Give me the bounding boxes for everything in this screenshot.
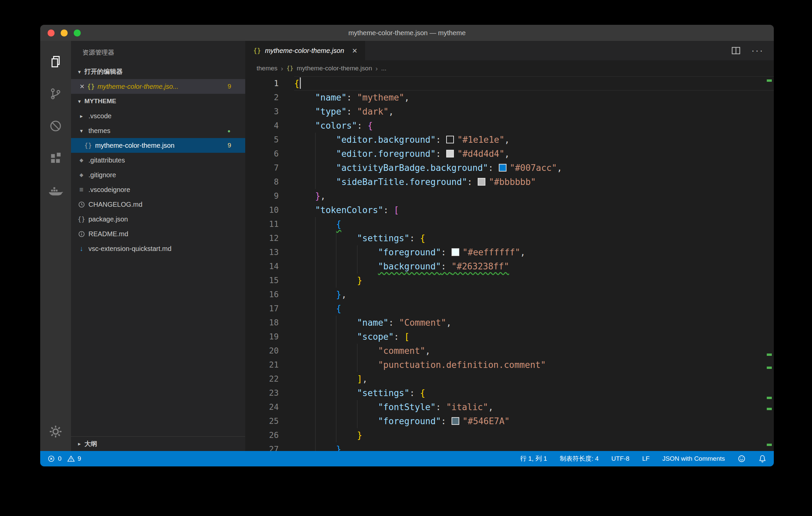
open-editor-item[interactable]: × {} mytheme-color-theme.jso... 9 [71,79,245,94]
code-line[interactable]: 26 } [245,428,774,442]
line-number: 12 [245,231,294,245]
titlebar[interactable]: mytheme-color-theme.json — mytheme [40,25,774,41]
code-line[interactable]: 17 { [245,302,774,316]
outline-section-header[interactable]: ▸ 大纲 [71,436,245,451]
code-line[interactable]: 25 "foreground": "#546E7A" [245,414,774,428]
code-line[interactable]: 11 { [245,217,774,231]
line-number: 20 [245,344,294,358]
code-line[interactable]: 5 "editor.background": "#1e1e1e", [245,133,774,147]
line-content: }, [294,189,774,203]
more-actions-button[interactable]: ··· [751,46,764,55]
indent-guide [336,245,336,259]
breadcrumb-file[interactable]: mytheme-color-theme.json [297,65,372,72]
line-number: 7 [245,161,294,175]
indent-guide [336,259,336,274]
close-tab-icon[interactable]: × [352,46,357,55]
problems-button[interactable]: 0 9 [48,455,81,462]
tab-mytheme-color-theme[interactable]: {} mytheme-color-theme.json × [245,41,365,60]
code-lines: 1{2 "name": "mytheme",3 "type": "dark",4… [245,77,774,451]
tree-item-label: .vscodeignore [88,186,130,194]
tree-item-readme-md[interactable]: README.md [71,227,245,241]
tree-item-mytheme-color-theme-json[interactable]: {}mytheme-color-theme.json9 [71,138,245,153]
tree-item-gitignore[interactable]: ◆.gitignore [71,168,245,182]
line-content: "name": "Comment", [294,316,774,330]
tree-item-changelog-md[interactable]: CHANGELOG.md [71,197,245,212]
line-content: "foreground": "#eeffffff", [294,245,774,259]
notifications-bell-button[interactable] [758,455,766,463]
tree-item-package-json[interactable]: {}package.json [71,212,245,227]
zoom-window-button[interactable] [74,29,81,36]
code-line[interactable]: 24 "fontStyle": "italic", [245,400,774,414]
color-swatch[interactable] [446,136,454,143]
code-line[interactable]: 8 "sideBarTitle.foreground": "#bbbbbb" [245,175,774,189]
line-content: "activityBarBadge.background": "#007acc"… [294,161,774,175]
close-editor-icon[interactable]: × [77,82,87,90]
chevron-right-icon: ▸ [76,113,86,119]
modified-line-mark [767,397,772,399]
indent-guide [336,358,336,372]
color-swatch[interactable] [478,178,485,185]
status-cursor-position[interactable]: 行 1, 列 1 [520,454,547,463]
open-editors-header[interactable]: ▾ 打开的编辑器 [71,64,245,79]
split-editor-button[interactable] [731,46,741,55]
code-line[interactable]: 15 } [245,274,774,287]
chevron-separator-icon: › [376,64,378,73]
debug-disabled-icon [49,120,62,132]
breadcrumb-more[interactable]: ... [381,65,386,72]
code-line[interactable]: 27 }, [245,442,774,451]
code-line[interactable]: 22 ], [245,372,774,386]
status-language-mode[interactable]: JSON with Comments [662,455,725,462]
code-line[interactable]: 12 "settings": { [245,231,774,245]
color-swatch[interactable] [499,164,506,172]
activity-item-settings[interactable] [40,415,71,448]
color-swatch[interactable] [446,150,454,157]
color-swatch[interactable] [452,417,459,425]
code-line[interactable]: 13 "foreground": "#eeffffff", [245,245,774,259]
code-line[interactable]: 18 "name": "Comment", [245,316,774,330]
code-line[interactable]: 7 "activityBarBadge.background": "#007ac… [245,161,774,175]
activity-item-debug[interactable] [40,110,71,142]
file-tree: ▸.vscode▾themes●{}mytheme-color-theme.js… [71,109,245,436]
tree-item-gitattributes[interactable]: ◆.gitattributes [71,153,245,168]
indent-guide [315,231,316,245]
status-eol[interactable]: LF [642,455,649,462]
activity-item-extensions[interactable] [40,142,71,174]
code-line[interactable]: 21 "punctuation.definition.comment" [245,358,774,372]
code-line[interactable]: 9 }, [245,189,774,203]
tree-item-label: README.md [88,230,128,238]
line-number: 22 [245,372,294,386]
workspace-section-header[interactable]: ▾ MYTHEME [71,94,245,109]
indent-guide [315,287,316,302]
code-line[interactable]: 1{ [245,77,774,90]
tree-item-themes[interactable]: ▾themes● [71,123,245,138]
feedback-smiley-button[interactable] [737,455,746,463]
code-line[interactable]: 10 "tokenColors": [ [245,203,774,217]
code-line[interactable]: 19 "scope": [ [245,330,774,344]
code-line[interactable]: 2 "name": "mytheme", [245,90,774,105]
warning-icon [67,455,75,462]
status-encoding[interactable]: UTF-8 [611,455,630,462]
code-line[interactable]: 23 "settings": { [245,386,774,400]
color-swatch[interactable] [452,248,459,256]
code-editor[interactable]: 1{2 "name": "mytheme",3 "type": "dark",4… [245,77,774,451]
code-line[interactable]: 6 "editor.foreground": "#d4d4d4", [245,147,774,161]
status-tab-size[interactable]: 制表符长度: 4 [560,454,599,463]
activity-item-source-control[interactable] [40,78,71,110]
line-content: } [294,274,774,287]
download-arrow-icon: ↓ [76,245,86,253]
code-line[interactable]: 4 "colors": { [245,119,774,133]
activity-item-docker[interactable] [40,174,71,206]
code-line[interactable]: 20 "comment", [245,344,774,358]
code-line[interactable]: 3 "type": "dark", [245,105,774,119]
code-line[interactable]: 14 "background": "#263238ff" [245,259,774,274]
activity-item-explorer[interactable] [40,46,71,78]
close-window-button[interactable] [48,29,55,36]
tree-item-vscodeignore[interactable]: ≡.vscodeignore [71,182,245,197]
line-number: 27 [245,442,294,451]
code-line[interactable]: 16 }, [245,287,774,302]
minimize-window-button[interactable] [61,29,68,36]
tree-item-vscode[interactable]: ▸.vscode [71,109,245,123]
line-content: { [294,77,774,90]
breadcrumb-folder[interactable]: themes [257,65,278,72]
tree-item-vsc-extension-quickstart-md[interactable]: ↓vsc-extension-quickstart.md [71,241,245,256]
